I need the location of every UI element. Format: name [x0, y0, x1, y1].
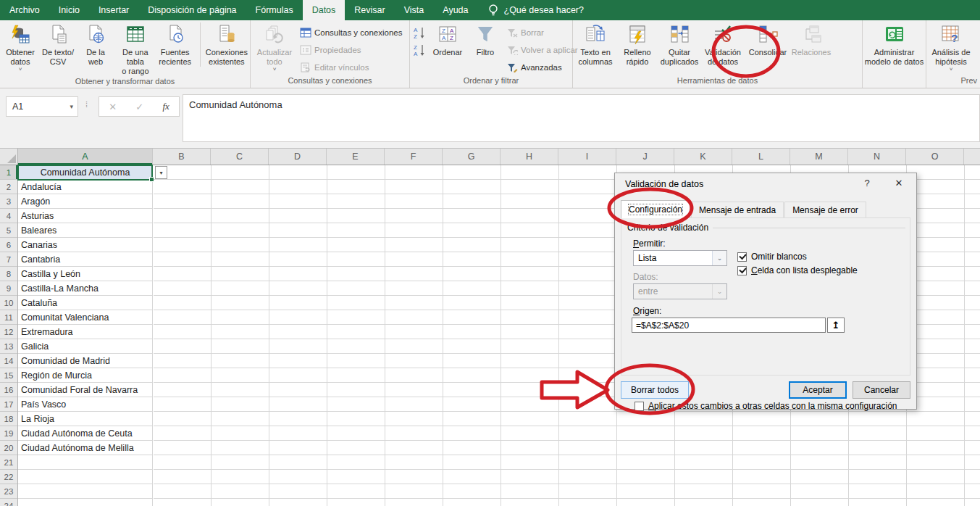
row-header-19[interactable]: 19: [0, 426, 17, 441]
tab-revisar[interactable]: Revisar: [345, 0, 394, 20]
borrar-todos-button[interactable]: Borrar todos: [621, 381, 689, 399]
row-header-7[interactable]: 7: [0, 252, 17, 267]
column-header-F[interactable]: F: [385, 149, 443, 165]
cell-A16[interactable]: Comunidad Foral de Navarra: [18, 383, 152, 397]
column-header-G[interactable]: G: [443, 149, 501, 165]
data-validation-button[interactable]: Validación de datos˅: [700, 22, 745, 72]
tab-archivo[interactable]: Archivo: [0, 0, 49, 20]
row-header-16[interactable]: 16: [0, 383, 17, 397]
dialog-help-button[interactable]: ?: [858, 178, 876, 192]
row-header-23[interactable]: 23: [0, 484, 17, 499]
row-header-15[interactable]: 15: [0, 368, 17, 383]
select-all-corner[interactable]: [0, 149, 18, 165]
cell-A9[interactable]: Castilla-La Mancha: [18, 281, 152, 296]
cancelar-button[interactable]: Cancelar: [853, 381, 910, 399]
get-data-button[interactable]: Obtener datos˅: [1, 22, 39, 72]
tab-inicio[interactable]: Inicio: [49, 0, 89, 20]
cell-A2[interactable]: Andalucía: [18, 180, 152, 194]
origen-input[interactable]: =$A$2:$A$20: [632, 318, 826, 333]
tab-ayuda[interactable]: Ayuda: [433, 0, 477, 20]
tab-vista[interactable]: Vista: [395, 0, 434, 20]
row-header-20[interactable]: 20: [0, 441, 17, 455]
row-header-11[interactable]: 11: [0, 310, 17, 325]
cell-A19[interactable]: Ciudad Autónoma de Ceuta: [18, 426, 152, 441]
column-header-E[interactable]: E: [327, 149, 385, 165]
from-web-button[interactable]: De la web: [77, 22, 114, 67]
insert-function-icon[interactable]: fx: [162, 101, 169, 112]
row-header-17[interactable]: 17: [0, 397, 17, 412]
row-header-3[interactable]: 3: [0, 194, 17, 209]
filter-button[interactable]: Filtro: [466, 22, 504, 57]
cell-A20[interactable]: Ciudad Autónoma de Melilla: [18, 441, 152, 455]
row-header-2[interactable]: 2: [0, 180, 17, 194]
cell-A3[interactable]: Aragón: [18, 194, 152, 209]
column-header-I[interactable]: I: [558, 149, 616, 165]
column-header-K[interactable]: K: [674, 149, 732, 165]
cell-A18[interactable]: La Rioja: [18, 412, 152, 426]
sort-asc-button[interactable]: AZ: [411, 25, 429, 40]
row-header-10[interactable]: 10: [0, 296, 17, 310]
cell-A6[interactable]: Canarias: [18, 238, 152, 252]
row-header-8[interactable]: 8: [0, 267, 17, 281]
row-header-14[interactable]: 14: [0, 354, 17, 368]
cell-A5[interactable]: Baleares: [18, 223, 152, 238]
row-header-18[interactable]: 18: [0, 412, 17, 426]
cell-A17[interactable]: País Vasco: [18, 397, 152, 412]
cell-A15[interactable]: Región de Murcia: [18, 368, 152, 383]
column-header-H[interactable]: H: [501, 149, 558, 165]
cell-dropdown-button[interactable]: ▾: [155, 166, 167, 179]
text-to-columns-button[interactable]: Texto en columnas: [574, 22, 616, 67]
combo-chevron-icon[interactable]: ⌄: [712, 251, 726, 265]
column-header-A[interactable]: A: [18, 149, 153, 165]
row-header-13[interactable]: 13: [0, 339, 17, 354]
dialog-close-button[interactable]: ✕: [889, 178, 909, 192]
tab-configuracion[interactable]: Configuración: [621, 200, 690, 218]
tab-datos[interactable]: Datos: [303, 0, 345, 20]
formula-input[interactable]: Comunidad Autónoma: [183, 94, 980, 142]
column-header-C[interactable]: C: [211, 149, 269, 165]
tab-disposicion[interactable]: Disposición de página: [138, 0, 246, 20]
remove-duplicates-button[interactable]: Quitar duplicados: [658, 22, 700, 67]
row-header-22[interactable]: 22: [0, 470, 17, 484]
column-header-J[interactable]: J: [616, 149, 674, 165]
row-header-24[interactable]: 24: [0, 499, 17, 506]
row-header-4[interactable]: 4: [0, 209, 17, 223]
column-header-L[interactable]: L: [732, 149, 790, 165]
consolidate-button[interactable]: Consolidar: [745, 22, 790, 57]
column-header-M[interactable]: M: [790, 149, 848, 165]
aceptar-button[interactable]: Aceptar: [789, 381, 847, 399]
cell-A7[interactable]: Cantabria: [18, 252, 152, 267]
what-if-analysis-button[interactable]: ? Análisis de hipótesis˅: [928, 22, 974, 72]
manage-data-model-button[interactable]: Administrar modelo de datos: [864, 22, 924, 67]
row-header-21[interactable]: 21: [0, 455, 17, 470]
name-box[interactable]: A1 ▾: [6, 96, 78, 117]
sort-desc-button[interactable]: ZA: [411, 43, 429, 57]
recent-sources-button[interactable]: Fuentes recientes: [156, 22, 194, 67]
aplicar-cambios-checkbox[interactable]: Aplicar estos cambios a otras celdas con…: [635, 401, 897, 411]
from-text-csv-button[interactable]: De texto/ CSV: [39, 22, 77, 67]
confirm-entry-icon[interactable]: ✓: [135, 101, 143, 112]
tell-me-box[interactable]: ¿Qué desea hacer?: [478, 0, 585, 20]
column-header-B[interactable]: B: [153, 149, 211, 165]
column-header-N[interactable]: N: [848, 149, 906, 165]
row-header-12[interactable]: 12: [0, 325, 17, 339]
permitir-select[interactable]: Lista ⌄: [633, 250, 727, 266]
cell-A4[interactable]: Asturias: [18, 209, 152, 223]
row-header-6[interactable]: 6: [0, 238, 17, 252]
cell-A1[interactable]: Comunidad Autónoma: [18, 165, 152, 180]
cell-A10[interactable]: Cataluña: [18, 296, 152, 310]
flash-fill-button[interactable]: Relleno rápido: [616, 22, 658, 67]
cell-A13[interactable]: Galicia: [18, 339, 152, 354]
celda-lista-checkbox[interactable]: Celda con lista desplegable: [737, 265, 858, 275]
row-header-1[interactable]: 1: [0, 165, 17, 180]
queries-connections-button[interactable]: Consultas y conexiones: [297, 25, 405, 40]
row-header-5[interactable]: 5: [0, 223, 17, 238]
cell-A8[interactable]: Castilla y León: [18, 267, 152, 281]
sort-button[interactable]: ZAAZ Ordenar: [429, 22, 466, 57]
advanced-filter-button[interactable]: Avanzadas: [504, 60, 581, 75]
cancel-entry-icon[interactable]: ✕: [109, 101, 117, 112]
column-header-O[interactable]: O: [906, 149, 964, 165]
range-picker-button[interactable]: ↥: [827, 318, 845, 333]
cell-A14[interactable]: Comunidad de Madrid: [18, 354, 152, 368]
cell-A11[interactable]: Comunitat Valenciana: [18, 310, 152, 325]
